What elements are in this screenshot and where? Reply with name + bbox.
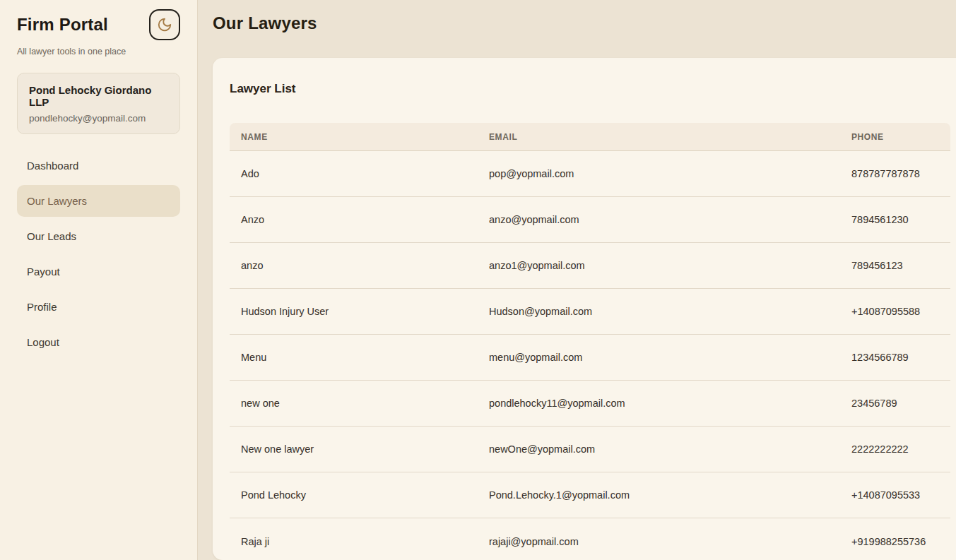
table-row: Anzo anzo@yopmail.com 7894561230: [230, 197, 950, 243]
cell-name: Pond Lehocky: [230, 472, 478, 518]
cell-name: Hudson Injury User: [230, 289, 478, 334]
app-title: Firm Portal: [17, 15, 108, 35]
table-row: Hudson Injury User Hudson@yopmail.com +1…: [230, 289, 950, 335]
main-content: Our Lawyers Lawyer List NAME EMAIL PHONE…: [198, 0, 956, 560]
sidebar-item-label: Our Leads: [27, 230, 76, 242]
cell-email: Pond.Lehocky.1@yopmail.com: [478, 472, 840, 518]
sidebar-header: Firm Portal: [17, 9, 180, 40]
table-row: Raja ji rajaji@yopmail.com +919988255736: [230, 518, 950, 560]
table-row: Pond Lehocky Pond.Lehocky.1@yopmail.com …: [230, 472, 950, 518]
column-header-phone: PHONE: [840, 123, 950, 150]
cell-email: menu@yopmail.com: [478, 335, 840, 380]
table-row: New one lawyer newOne@yopmail.com 222222…: [230, 427, 950, 472]
cell-email: Hudson@yopmail.com: [478, 289, 840, 334]
user-card: Pond Lehocky Giordano LLP pondlehocky@yo…: [17, 73, 180, 134]
table-row: new one pondlehocky11@yopmail.com 234567…: [230, 381, 950, 427]
cell-email: anzo1@yopmail.com: [478, 243, 840, 288]
sidebar-item-label: Our Lawyers: [27, 195, 87, 207]
column-header-email: EMAIL: [478, 123, 840, 150]
sidebar-item-our-lawyers[interactable]: Our Lawyers: [17, 185, 180, 217]
sidebar-nav: Dashboard Our Lawyers Our Leads Payout P…: [17, 150, 180, 358]
lawyer-list-card: Lawyer List NAME EMAIL PHONE Ado pop@yop…: [213, 58, 956, 560]
cell-name: anzo: [230, 243, 478, 288]
table-row: anzo anzo1@yopmail.com 789456123: [230, 243, 950, 289]
cell-phone: +14087095533: [840, 472, 950, 518]
cell-name: Menu: [230, 335, 478, 380]
sidebar-item-label: Logout: [27, 336, 59, 348]
cell-name: New one lawyer: [230, 427, 478, 472]
cell-name: new one: [230, 381, 478, 426]
sidebar-item-label: Dashboard: [27, 160, 78, 172]
cell-phone: +14087095588: [840, 289, 950, 334]
column-header-name: NAME: [230, 123, 478, 150]
cell-phone: 789456123: [840, 243, 950, 288]
sidebar-item-logout[interactable]: Logout: [17, 326, 180, 358]
cell-email: pondlehocky11@yopmail.com: [478, 381, 840, 426]
user-name: Pond Lehocky Giordano LLP: [29, 84, 168, 108]
sidebar-item-profile[interactable]: Profile: [17, 291, 180, 323]
cell-phone: +919988255736: [840, 518, 950, 560]
cell-email: pop@yopmail.com: [478, 151, 840, 196]
table-row: Menu menu@yopmail.com 1234566789: [230, 335, 950, 381]
sidebar-item-dashboard[interactable]: Dashboard: [17, 150, 180, 181]
page-header: Our Lawyers: [198, 0, 956, 58]
sidebar-item-our-leads[interactable]: Our Leads: [17, 220, 180, 252]
cell-name: Anzo: [230, 197, 478, 242]
sidebar-item-payout[interactable]: Payout: [17, 256, 180, 287]
cell-email: rajaji@yopmail.com: [478, 518, 840, 560]
page-title: Our Lawyers: [213, 13, 956, 33]
table-row: Ado pop@yopmail.com 878787787878: [230, 151, 950, 197]
cell-email: newOne@yopmail.com: [478, 427, 840, 472]
cell-phone: 878787787878: [840, 151, 950, 196]
theme-toggle-button[interactable]: [149, 9, 180, 40]
cell-email: anzo@yopmail.com: [478, 197, 840, 242]
card-title: Lawyer List: [230, 82, 950, 96]
table-header-row: NAME EMAIL PHONE: [230, 123, 950, 151]
lawyer-table: NAME EMAIL PHONE Ado pop@yopmail.com 878…: [230, 123, 950, 560]
cell-phone: 23456789: [840, 381, 950, 426]
cell-phone: 7894561230: [840, 197, 950, 242]
app-root: Firm Portal All lawyer tools in one plac…: [0, 0, 956, 560]
app-subtitle: All lawyer tools in one place: [17, 47, 180, 56]
user-email: pondlehocky@yopmail.com: [29, 113, 168, 124]
cell-name: Raja ji: [230, 518, 478, 560]
sidebar: Firm Portal All lawyer tools in one plac…: [0, 0, 198, 560]
moon-icon: [157, 17, 172, 32]
cell-phone: 2222222222: [840, 427, 950, 472]
cell-name: Ado: [230, 151, 478, 196]
cell-phone: 1234566789: [840, 335, 950, 380]
sidebar-item-label: Profile: [27, 301, 57, 313]
sidebar-item-label: Payout: [27, 266, 60, 278]
